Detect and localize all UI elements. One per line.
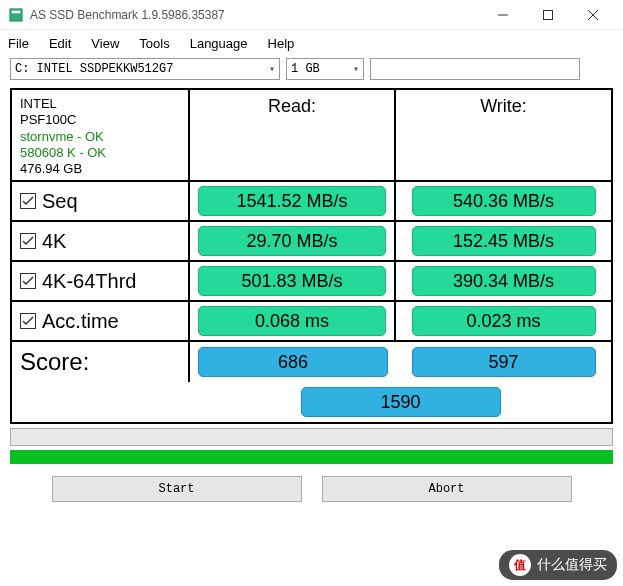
device-dropdown-value: C: INTEL SSDPEKKW512G7	[15, 62, 173, 76]
checkbox-acc[interactable]	[20, 313, 36, 329]
menu-edit[interactable]: Edit	[49, 36, 71, 51]
progress-bar-complete	[10, 450, 613, 464]
model-label: PSF100C	[20, 112, 180, 128]
label-seq: Seq	[42, 190, 78, 213]
seq-read-value: 1541.52 MB/s	[198, 186, 386, 216]
4k64-read-value: 501.83 MB/s	[198, 266, 386, 296]
chevron-down-icon: ▾	[353, 63, 359, 75]
menu-tools[interactable]: Tools	[139, 36, 169, 51]
watermark: 值 什么值得买	[499, 550, 617, 580]
size-dropdown-value: 1 GB	[291, 62, 320, 76]
start-button[interactable]: Start	[52, 476, 302, 502]
button-bar: Start Abort	[0, 466, 623, 512]
label-4k: 4K	[42, 230, 66, 253]
size-dropdown[interactable]: 1 GB ▾	[286, 58, 364, 80]
acc-write-value: 0.023 ms	[412, 306, 596, 336]
progress-bar-outer	[10, 428, 613, 446]
label-acc: Acc.time	[42, 310, 119, 333]
label-4k64: 4K-64Thrd	[42, 270, 137, 293]
results-table: INTEL PSF100C stornvme - OK 580608 K - O…	[10, 88, 613, 424]
row-total: 1590	[12, 382, 611, 422]
seq-write-value: 540.36 MB/s	[412, 186, 596, 216]
minimize-button[interactable]	[480, 0, 525, 30]
menu-help[interactable]: Help	[268, 36, 295, 51]
row-acc: Acc.time 0.068 ms 0.023 ms	[12, 300, 611, 340]
menu-file[interactable]: File	[8, 36, 29, 51]
device-dropdown[interactable]: C: INTEL SSDPEKKW512G7 ▾	[10, 58, 280, 80]
4k-write-value: 152.45 MB/s	[412, 226, 596, 256]
toolbar: C: INTEL SSDPEKKW512G7 ▾ 1 GB ▾	[0, 56, 623, 82]
close-button[interactable]	[570, 0, 615, 30]
header-row: INTEL PSF100C stornvme - OK 580608 K - O…	[12, 90, 611, 180]
titlebar: AS SSD Benchmark 1.9.5986.35387	[0, 0, 623, 30]
svg-rect-3	[543, 10, 552, 19]
menubar: File Edit View Tools Language Help	[0, 30, 623, 56]
maximize-button[interactable]	[525, 0, 570, 30]
4k64-write-value: 390.34 MB/s	[412, 266, 596, 296]
write-header-cell: Write:	[396, 90, 611, 180]
read-header-cell: Read:	[190, 90, 396, 180]
read-header: Read:	[268, 96, 316, 117]
app-icon	[8, 7, 24, 23]
checkbox-4k[interactable]	[20, 233, 36, 249]
row-seq: Seq 1541.52 MB/s 540.36 MB/s	[12, 180, 611, 220]
score-read-value: 686	[198, 347, 388, 377]
write-header: Write:	[480, 96, 527, 117]
vendor-label: INTEL	[20, 96, 180, 112]
driver-status: stornvme - OK	[20, 129, 180, 145]
capacity-label: 476.94 GB	[20, 161, 180, 177]
checkbox-4k64[interactable]	[20, 273, 36, 289]
score-label: Score:	[12, 342, 190, 382]
watermark-text: 什么值得买	[537, 556, 607, 574]
checkbox-seq[interactable]	[20, 193, 36, 209]
score-write-value: 597	[412, 347, 596, 377]
row-4k: 4K 29.70 MB/s 152.45 MB/s	[12, 220, 611, 260]
abort-button[interactable]: Abort	[322, 476, 572, 502]
watermark-badge: 值	[509, 554, 531, 576]
score-total-value: 1590	[301, 387, 501, 417]
4k-read-value: 29.70 MB/s	[198, 226, 386, 256]
text-input[interactable]	[370, 58, 580, 80]
device-info-cell: INTEL PSF100C stornvme - OK 580608 K - O…	[12, 90, 190, 180]
menu-language[interactable]: Language	[190, 36, 248, 51]
window-title: AS SSD Benchmark 1.9.5986.35387	[30, 8, 480, 22]
menu-view[interactable]: View	[91, 36, 119, 51]
alignment-status: 580608 K - OK	[20, 145, 180, 161]
row-score: Score: 686 597	[12, 340, 611, 382]
row-4k64: 4K-64Thrd 501.83 MB/s 390.34 MB/s	[12, 260, 611, 300]
svg-rect-1	[12, 10, 21, 13]
acc-read-value: 0.068 ms	[198, 306, 386, 336]
chevron-down-icon: ▾	[269, 63, 275, 75]
